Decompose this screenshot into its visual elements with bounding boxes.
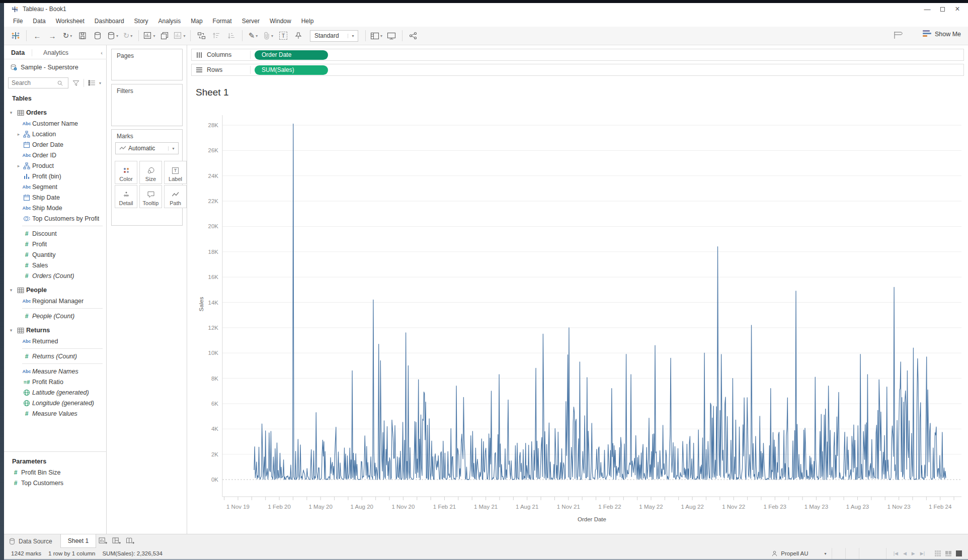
detail-button[interactable]: Detail — [115, 185, 137, 208]
expand-caret-icon[interactable]: ▸ — [16, 163, 21, 168]
expand-caret-icon[interactable]: ▸ — [16, 132, 21, 137]
field-profit[interactable]: #Profit — [4, 239, 107, 249]
menu-window[interactable]: Window — [265, 16, 296, 26]
user-account-select[interactable]: Propell AU ▾ — [766, 550, 831, 557]
tab-sheet-1[interactable]: Sheet 1 — [60, 534, 96, 548]
clear-sheet-icon[interactable]: ▾ — [173, 29, 186, 42]
field-product[interactable]: ▸Product — [4, 160, 107, 171]
show-hide-cards-icon[interactable]: ▾ — [370, 29, 383, 42]
run-update-icon[interactable]: ↻▾ — [121, 29, 134, 42]
collapse-caret-icon[interactable]: ▾ — [7, 328, 15, 333]
undo-icon[interactable]: ← — [31, 29, 44, 42]
presentation-mode-icon[interactable] — [385, 29, 398, 42]
field-order-id[interactable]: AbcOrder ID — [4, 150, 107, 160]
new-dashboard-button[interactable] — [110, 534, 123, 548]
active-sheet-view-icon[interactable] — [956, 550, 962, 556]
first-sheet-icon[interactable]: |◀ — [894, 551, 898, 556]
field-sales[interactable]: #Sales — [4, 260, 107, 270]
show-me-button[interactable]: Show Me — [923, 30, 961, 38]
field-returned[interactable]: AbcReturned — [4, 336, 107, 346]
menu-worksheet[interactable]: Worksheet — [51, 16, 90, 26]
annotation-icon[interactable]: ▾ — [262, 29, 275, 42]
previous-sheet-icon[interactable]: ◀ — [903, 551, 907, 556]
rows-shelf[interactable]: Rows SUM(Sales) — [191, 64, 964, 76]
menu-help[interactable]: Help — [296, 16, 319, 26]
filter-fields-icon[interactable] — [71, 80, 81, 86]
close-button[interactable]: × — [950, 4, 965, 15]
field-order-date[interactable]: Order Date — [4, 139, 107, 150]
collapse-caret-icon[interactable]: ▾ — [7, 288, 15, 293]
search-box[interactable] — [8, 77, 68, 88]
tab-data-source[interactable]: Data Source — [4, 534, 60, 548]
chart-area[interactable]: 0K2K4K6K8K10K12K14K16K18K20K22K24K26K28K… — [187, 80, 966, 534]
data-source-connection[interactable]: Sample - Superstore — [4, 61, 107, 73]
label-button[interactable]: TLabel — [164, 161, 187, 184]
pill-sum-sales[interactable]: SUM(Sales) — [255, 65, 328, 75]
swap-axes-icon[interactable] — [195, 29, 208, 42]
tab-data[interactable]: Data — [4, 49, 32, 56]
x-tick-labels[interactable]: 1 Nov 191 Feb 201 May 201 Aug 201 Nov 20… — [226, 504, 952, 510]
share-icon[interactable] — [407, 29, 420, 42]
menu-analysis[interactable]: Analysis — [153, 16, 186, 26]
new-worksheet-button[interactable] — [96, 534, 110, 548]
parameter-profit-bin-size[interactable]: #Profit Bin Size — [4, 467, 107, 478]
parameter-top-customers[interactable]: #Top Customers — [4, 478, 107, 488]
pill-order-date[interactable]: Order Date — [255, 50, 328, 60]
sales-line-chart[interactable]: 0K2K4K6K8K10K12K14K16K18K20K22K24K26K28K… — [187, 80, 966, 534]
y-tick-labels[interactable]: 0K2K4K6K8K10K12K14K16K18K20K22K24K26K28K — [208, 122, 219, 483]
duplicate-icon[interactable] — [158, 29, 171, 42]
window-titlebar[interactable]: Tableau - Book1 — × — [4, 3, 968, 15]
menu-story[interactable]: Story — [129, 16, 153, 26]
tab-analytics[interactable]: Analytics — [32, 49, 79, 56]
view-options-caret-icon[interactable]: ▾ — [99, 81, 101, 85]
sheet-sorter-icon[interactable] — [935, 550, 941, 556]
field-top-customers-by-profit[interactable]: Top Customers by Profit — [4, 213, 107, 224]
next-sheet-icon[interactable]: ▶ — [912, 551, 915, 556]
y-axis-title[interactable]: Sales — [198, 297, 204, 311]
table-orders[interactable]: ▾Orders — [4, 107, 107, 118]
tableau-logo-icon[interactable] — [9, 29, 22, 42]
new-story-button[interactable] — [123, 534, 137, 548]
filters-shelf[interactable]: Filters — [111, 84, 183, 126]
redo-icon[interactable]: → — [46, 29, 59, 42]
field-latitude-generated[interactable]: Latitude (generated) — [4, 387, 107, 398]
new-data-source-icon[interactable] — [91, 29, 104, 42]
menu-data[interactable]: Data — [28, 16, 50, 26]
menu-server[interactable]: Server — [237, 16, 265, 26]
collapse-caret-icon[interactable]: ▾ — [7, 110, 15, 115]
pause-auto-updates-icon[interactable]: ▾ — [106, 29, 119, 42]
sort-descending-icon[interactable] — [225, 29, 238, 42]
search-input[interactable] — [9, 79, 57, 86]
filmstrip-icon[interactable] — [945, 550, 951, 556]
field-ship-mode[interactable]: AbcShip Mode — [4, 203, 107, 213]
field-measure-names[interactable]: AbcMeasure Names — [4, 366, 107, 377]
minimize-button[interactable]: — — [920, 4, 935, 15]
new-worksheet-icon[interactable]: ▾ — [143, 29, 156, 42]
save-icon[interactable] — [76, 29, 89, 42]
color-button[interactable]: Color — [115, 161, 137, 184]
maximize-button[interactable] — [935, 4, 950, 15]
columns-shelf[interactable]: Columns Order Date — [191, 49, 964, 61]
field-quantity[interactable]: #Quantity — [4, 249, 107, 260]
view-options-icon[interactable] — [87, 80, 96, 86]
pages-shelf[interactable]: Pages — [111, 49, 183, 80]
fit-mode-select[interactable]: Standard▾ — [310, 30, 358, 42]
field-longitude-generated[interactable]: Longitude (generated) — [4, 398, 107, 408]
fix-axes-icon[interactable] — [292, 29, 305, 42]
collapse-pane-icon[interactable]: ‹ — [101, 50, 107, 56]
field-regional-manager[interactable]: AbcRegional Manager — [4, 296, 107, 306]
field-returns-count[interactable]: #Returns (Count) — [4, 351, 107, 361]
menu-file[interactable]: File — [8, 16, 28, 26]
path-button[interactable]: Path — [164, 185, 187, 208]
field-ship-date[interactable]: Ship Date — [4, 192, 107, 203]
highlight-icon[interactable]: ✎▾ — [247, 29, 260, 42]
last-sheet-icon[interactable]: ▶| — [920, 551, 925, 556]
field-profit-bin[interactable]: Profit (bin) — [4, 171, 107, 181]
sort-ascending-icon[interactable] — [210, 29, 223, 42]
table-people[interactable]: ▾People — [4, 285, 107, 296]
field-location[interactable]: ▸Location — [4, 129, 107, 139]
menu-map[interactable]: Map — [186, 16, 207, 26]
menu-dashboard[interactable]: Dashboard — [90, 16, 129, 26]
tooltip-button[interactable]: Tooltip — [139, 185, 162, 208]
size-button[interactable]: Size — [139, 161, 162, 184]
